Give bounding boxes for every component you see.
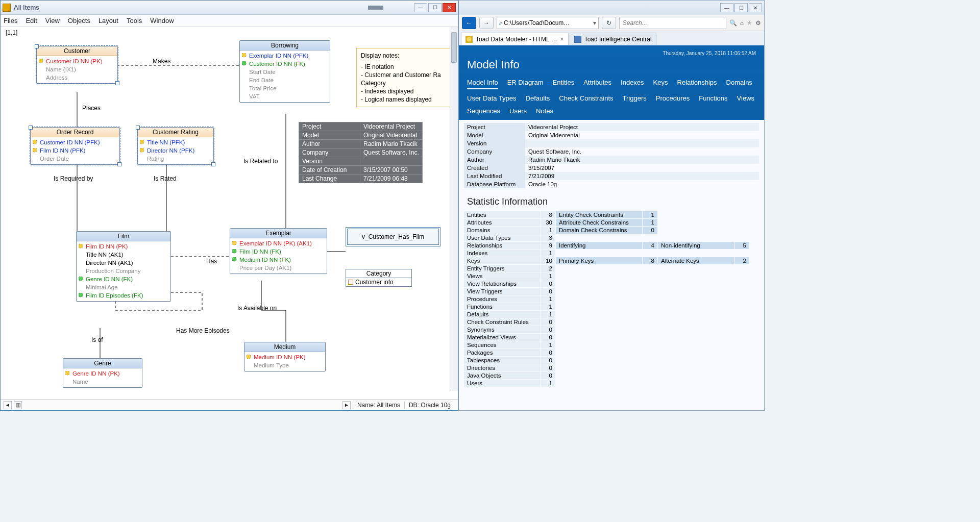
entity-header: Medium	[244, 342, 325, 352]
entity-genre[interactable]: GenreGenre ID NN (PK)Name	[63, 358, 142, 388]
note-header: Display notes:	[361, 52, 449, 60]
rel-label-is-related-to: Is Related to	[243, 158, 278, 165]
attribute-label: Address	[46, 73, 67, 82]
attribute-label: Director NN (AK1)	[86, 259, 133, 267]
rel-label-places: Places	[82, 105, 101, 112]
nav-relationships[interactable]: Relationships	[677, 79, 717, 89]
maximize-button[interactable]: ☐	[428, 3, 442, 12]
pk-key-icon	[33, 148, 38, 153]
address-bar[interactable]: 𝑒 C:\Users\Toad\Docum… ▾	[497, 17, 599, 29]
attribute-label: End Date	[249, 76, 274, 84]
nav-er-diagram[interactable]: ER Diagram	[507, 79, 544, 89]
nav-entities[interactable]: Entities	[553, 79, 575, 89]
ie-titlebar[interactable]: — ☐ ✕	[459, 1, 764, 15]
attribute-label: Film ID Episodes (FK)	[86, 291, 143, 300]
window-grip[interactable]	[368, 6, 383, 10]
home-icon[interactable]: ⌂	[740, 19, 744, 27]
statusbar: ◄ ▥ ► Name: All Items DB: Oracle 10g	[1, 399, 458, 410]
nav-functions[interactable]: Functions	[699, 94, 727, 102]
category-box[interactable]: Category Customer info	[346, 269, 412, 287]
display-notes: Display notes: - IE notation- Customer a…	[356, 48, 453, 107]
nav-procedures[interactable]: Procedures	[656, 94, 690, 102]
nav-back-button[interactable]: ←	[462, 17, 476, 29]
favicon-icon	[465, 36, 473, 43]
entity-exemplar[interactable]: ExemplarExemplar ID NN (PK) (AK1)Film ID…	[230, 228, 327, 274]
nav-keys[interactable]: Keys	[653, 79, 668, 89]
titlebar[interactable]: All Items — ☐ ✕	[1, 1, 458, 15]
report-viewport[interactable]: Thursday, January 25, 2018 11:06:52 AM M…	[459, 45, 764, 410]
ie-minimize-button[interactable]: —	[720, 3, 733, 12]
entity-customer-rating[interactable]: Customer RatingTitle NN (PFK)Director NN…	[137, 127, 214, 165]
nav-sequences[interactable]: Sequences	[467, 107, 500, 115]
nav-forward-button[interactable]: →	[479, 17, 494, 29]
status-arrow-left[interactable]: ◄	[4, 401, 12, 409]
entity-borrowing[interactable]: BorrowingExemplar ID NN (PFK)Customer ID…	[239, 40, 330, 103]
attribute-label: Customer ID NN (PK)	[46, 57, 103, 65]
entity-header: Exemplar	[230, 229, 327, 238]
category-head: Category	[346, 269, 411, 278]
status-col-button[interactable]: ▥	[14, 401, 22, 409]
menu-edit[interactable]: Edit	[26, 17, 37, 24]
menu-objects[interactable]: Objects	[68, 17, 90, 24]
entity-order-record[interactable]: Order RecordCustomer ID NN (PFK)Film ID …	[30, 127, 120, 165]
tab-close-icon[interactable]: ×	[560, 36, 564, 43]
model-info-table: ProjectVideorental ProjectModelOriginal …	[299, 122, 423, 183]
favorites-icon[interactable]: ★	[747, 19, 752, 27]
model-kv-table: ProjectVideorental ProjectModelOriginal …	[464, 123, 759, 188]
status-arrow-right[interactable]: ►	[342, 401, 351, 409]
browser-tab[interactable]: Toad Data Modeler - HTML …×	[461, 33, 569, 45]
ie-toolbar: ← → 𝑒 C:\Users\Toad\Docum… ▾ ↻ 🔍 ⌂ ★ ⚙	[459, 15, 764, 31]
vertical-scrollbar[interactable]	[450, 27, 458, 391]
nav-user-data-types[interactable]: User Data Types	[467, 94, 517, 102]
status-db: DB: Oracle 10g	[404, 402, 455, 409]
refresh-button[interactable]: ↻	[602, 17, 616, 29]
erd-canvas[interactable]: [1,1] Makes Places Is Required by	[1, 27, 458, 399]
attribute-label: Customer ID NN (PFK)	[40, 138, 100, 146]
window-title: All Items	[14, 4, 368, 11]
attribute-label: Film ID NN (PFK)	[40, 146, 85, 155]
nav-check-constraints[interactable]: Check Constraints	[559, 94, 613, 102]
menu-view[interactable]: View	[45, 17, 60, 24]
ie-window: — ☐ ✕ ← → 𝑒 C:\Users\Toad\Docum… ▾ ↻ 🔍 ⌂…	[458, 0, 765, 411]
entity-film[interactable]: FilmFilm ID NN (PK)Title NN (AK1)Directo…	[76, 231, 171, 302]
menu-files[interactable]: Files	[4, 17, 17, 24]
settings-icon[interactable]: ⚙	[755, 19, 761, 27]
pk-key-icon	[232, 241, 237, 246]
nav-attributes[interactable]: Attributes	[583, 79, 611, 89]
minimize-button[interactable]: —	[414, 3, 427, 12]
fk-key-icon	[79, 277, 84, 282]
entity-header: Customer	[37, 46, 117, 56]
nav-users[interactable]: Users	[509, 107, 527, 115]
nav-notes[interactable]: Notes	[536, 107, 553, 115]
status-name: Name: All Items	[353, 402, 404, 409]
nav-views[interactable]: Views	[737, 94, 754, 102]
menu-layout[interactable]: Layout	[99, 17, 118, 24]
nav-model-info[interactable]: Model Info	[467, 79, 498, 89]
nav-defaults[interactable]: Defaults	[526, 94, 550, 102]
menu-window[interactable]: Window	[150, 17, 174, 24]
ie-close-button[interactable]: ✕	[749, 3, 762, 12]
nav-triggers[interactable]: Triggers	[623, 94, 647, 102]
pk-key-icon	[242, 53, 247, 58]
entity-customer[interactable]: CustomerCustomer ID NN (PK)Name (IX1)Add…	[36, 46, 118, 84]
report-header: Thursday, January 25, 2018 11:06:52 AM M…	[459, 45, 764, 120]
scrollbar-thumb[interactable]	[451, 32, 457, 63]
pk-key-icon	[247, 355, 252, 360]
nav-indexes[interactable]: Indexes	[621, 79, 644, 89]
category-item: Customer info	[355, 279, 394, 286]
ie-maximize-button[interactable]: ☐	[734, 3, 748, 12]
attribute-label: Customer ID NN (FK)	[249, 60, 305, 68]
menu-tools[interactable]: Tools	[127, 17, 142, 24]
rel-label-is-rated: Is Rated	[154, 175, 177, 182]
nav-domains[interactable]: Domains	[726, 79, 752, 89]
search-button[interactable]: 🔍	[729, 19, 737, 27]
browser-tab[interactable]: Toad Intelligence Central	[570, 33, 656, 45]
fk-key-icon	[232, 249, 237, 254]
view-box[interactable]: v_Customer_Has_Film	[346, 227, 440, 246]
close-button[interactable]: ✕	[443, 3, 456, 12]
search-input[interactable]	[619, 17, 726, 29]
pk-key-icon	[140, 140, 145, 145]
ie-tabs: Toad Data Modeler - HTML …×Toad Intellig…	[459, 31, 764, 45]
report-title: Model Info	[467, 58, 756, 71]
entity-medium[interactable]: MediumMedium ID NN (PK)Medium Type	[244, 342, 326, 371]
